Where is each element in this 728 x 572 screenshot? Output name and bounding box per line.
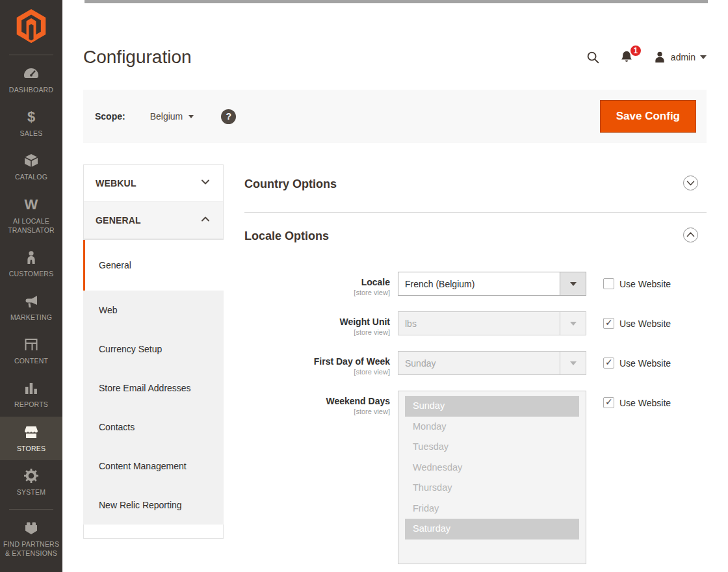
use-website-cell: Use Website [603,272,671,289]
sidebar-divider [9,55,53,55]
dashboard-icon [23,65,40,82]
scope-switcher[interactable]: Belgium [150,111,194,122]
first-day-of-week-select: Sunday [398,351,586,375]
section-title: GENERAL [96,215,141,226]
use-website-checkbox[interactable] [603,278,614,289]
sidebar-item-system[interactable]: SYSTEM [0,460,62,504]
config-nav-item-web[interactable]: Web [83,291,224,330]
field-scope-note: [store view] [244,408,390,415]
customers-icon [23,249,40,266]
chevron-down-icon [200,176,211,190]
sidebar-item-content[interactable]: CONTENT [0,329,62,372]
chevron-up-icon [200,213,211,228]
sidebar-item-dashboard[interactable]: DASHBOARD [0,58,62,101]
config-nav-item-content-management[interactable]: Content Management [83,447,224,486]
scope-value: Belgium [150,111,183,122]
notifications-bell-icon[interactable]: 1 [619,50,634,64]
field-label-cell: Locale[store view] [244,272,390,296]
use-website-label: Use Website [619,358,671,369]
sidebar-item-marketing[interactable]: MARKETING [0,285,62,329]
admin-username: admin [671,52,696,62]
sidebar-item-ai-locale-translator[interactable]: WAI LOCALE TRANSLATOR [0,189,62,242]
field-label: Weekend Days [244,396,390,406]
field-label: Weight Unit [244,317,390,327]
config-nav-item-new-relic-reporting[interactable]: New Relic Reporting [83,486,224,525]
sidebar-item-sales[interactable]: $SALES [0,101,62,145]
select-value: French (Belgium) [398,272,560,295]
use-website-label: Use Website [619,398,671,408]
find-partners-icon [23,519,40,536]
use-website-checkbox[interactable] [603,358,614,369]
dropdown-arrow-icon [560,352,586,374]
scope-label: Scope: [95,111,125,122]
sidebar-item-label: SYSTEM [17,488,46,497]
page-header: Configuration 1 admin [62,0,728,68]
system-icon [23,467,40,484]
form-rows: Locale[store view]French (Belgium)Use We… [244,272,707,564]
field-label-cell: Weekend Days[store view] [244,391,390,415]
sidebar-item-catalog[interactable]: CATALOG [0,145,62,188]
configuration-content: WEBKUL GENERAL GeneralWebCurrency SetupS… [83,164,707,572]
sidebar-item-label: SALES [20,129,43,138]
select-value: Sunday [398,352,560,374]
config-nav-next-section [83,525,224,539]
chevron-up-circle-icon[interactable] [682,227,699,246]
config-nav-section-webkul[interactable]: WEBKUL [83,164,224,202]
config-nav-items: GeneralWebCurrency SetupStore Email Addr… [83,239,224,525]
user-icon [653,51,666,64]
sidebar-item-label: DASHBOARD [9,85,53,94]
notification-badge: 1 [629,44,642,57]
dropdown-arrow-icon[interactable] [560,272,586,295]
admin-sidebar: DASHBOARD$SALESCATALOGWAI LOCALE TRANSLA… [0,0,62,572]
field-scope-note: [store view] [244,289,390,296]
multiselect-option-sunday: Sunday [405,396,579,417]
search-icon[interactable] [586,50,600,64]
chevron-down-circle-icon[interactable] [682,175,699,194]
sidebar-item-find-partners-extensions[interactable]: FIND PARTNERS & EXTENSIONS [0,512,62,565]
use-website-checkbox[interactable] [603,397,614,408]
weight-unit-select: lbs [398,311,586,335]
section-title: Locale Options [244,229,329,243]
reports-icon [23,380,40,396]
help-icon[interactable]: ? [221,109,236,124]
page-title: Configuration [83,47,192,68]
sidebar-nav: DASHBOARD$SALESCATALOGWAI LOCALE TRANSLA… [0,58,62,565]
chevron-down-icon [188,115,194,118]
config-nav-item-general[interactable]: General [83,240,224,291]
section-header-locale-options[interactable]: Locale Options [244,216,707,255]
magento-logo[interactable] [0,0,62,49]
config-nav-item-store-email-addresses[interactable]: Store Email Addresses [83,369,224,408]
config-nav-item-contacts[interactable]: Contacts [83,408,224,447]
config-form-panel: Country Options Locale Options Locale[st… [244,164,707,572]
multiselect-option-thursday: Thursday [405,478,579,499]
magento-logo-icon [16,9,46,43]
header-actions: 1 admin [586,50,707,64]
section-header-country-options[interactable]: Country Options [244,164,707,203]
field-control-cell: Sunday [398,351,586,375]
field-control-cell: SundayMondayTuesdayWednesdayThursdayFrid… [398,391,586,564]
form-row-weekend-days: Weekend Days[store view]SundayMondayTues… [244,391,707,564]
config-nav-item-currency-setup[interactable]: Currency Setup [83,330,224,369]
field-control-cell: lbs [398,311,586,335]
sidebar-item-customers[interactable]: CUSTOMERS [0,242,62,285]
stores-icon [23,424,40,441]
content-icon [23,336,40,353]
multiselect-option-tuesday: Tuesday [405,437,579,458]
config-nav-panel: WEBKUL GENERAL GeneralWebCurrency SetupS… [83,164,224,539]
multiselect-option-monday: Monday [405,417,579,437]
field-scope-note: [store view] [244,328,390,336]
save-config-button[interactable]: Save Config [600,100,696,133]
top-border-line [84,0,708,3]
admin-account-menu[interactable]: admin [653,51,707,64]
form-row-first-day-of-week: First Day of Week[store view]SundayUse W… [244,351,707,376]
locale-select[interactable]: French (Belgium) [398,272,586,296]
sidebar-item-label: REPORTS [14,400,48,409]
dropdown-arrow-icon [560,312,586,335]
field-control-cell: French (Belgium) [398,272,586,296]
sidebar-item-stores[interactable]: STORES [0,417,62,460]
weekend-days-multiselect: SundayMondayTuesdayWednesdayThursdayFrid… [398,391,586,564]
config-nav-section-general[interactable]: GENERAL [83,202,224,239]
use-website-checkbox[interactable] [603,318,614,329]
sidebar-item-reports[interactable]: REPORTS [0,372,62,416]
ai-locale-translator-icon: W [23,196,40,213]
